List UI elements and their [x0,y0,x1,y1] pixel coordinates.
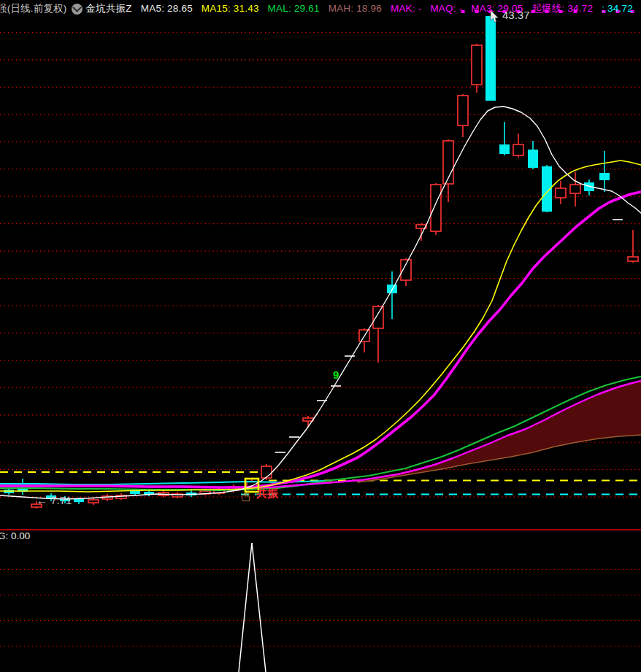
bear-candle [599,173,610,180]
bear-candle [74,499,84,502]
bull-candle [472,45,482,85]
bear-candle [499,144,510,154]
bull-candle [628,257,638,261]
bear-candle [130,491,140,494]
bull-candle [513,144,523,155]
bear-candle [528,150,538,168]
low-price-label: ← 7.71 [37,494,72,506]
resonance-signal-label: 共振 [256,487,278,501]
bull-candle [556,188,566,198]
chart-header: 强(日线.前复权) 金坑共振Z MA5: 28.65MA15: 31.43MAL… [0,1,641,16]
bull-candle [303,418,313,421]
ma-legend-item: MA5: 28.65 [141,3,193,14]
candlestick-chart[interactable] [0,0,641,672]
ma-legend-item: MA15: 31.43 [201,3,259,14]
sub-spike-right-edge [252,543,266,672]
hand-cursor-icon: ☝ [241,487,250,506]
bear-candle [485,16,496,101]
window-title: 强(日线.前复权) [0,2,67,15]
ma-legend-item: MAK: - [391,3,421,14]
ma-legend: MA5: 28.65MA15: 31.43MAL: 29.61MAH: 18.9… [141,2,641,15]
bull-candle [570,185,580,193]
bull-candle [458,96,468,125]
bull-candle [88,500,99,503]
sub-indicator-label: G: 0.00 [0,530,30,541]
bull-candle [261,466,272,478]
chevron-down-icon[interactable] [72,4,82,15]
bull-candle [373,306,383,328]
high-price-label: 43.37 [502,9,530,21]
ma-legend-item: : 34.72 [602,3,633,14]
stock-chart-app: 强(日线.前复权) 金坑共振Z MA5: 28.65MA15: 31.43MAL… [0,0,641,672]
ma-legend-item: MAQ: - [430,3,462,14]
ma-legend-item: MAL: 29.61 [268,3,320,14]
bar-count-label: 9 [333,368,339,381]
ma-legend-item: 起爆线: 34.72 [531,3,593,14]
ma-legend-item: MAH: 18.96 [329,3,382,14]
sub-spike-left-edge [239,543,252,672]
bull-candle [431,185,441,231]
indicator-name: 金坑共振Z [86,2,132,15]
